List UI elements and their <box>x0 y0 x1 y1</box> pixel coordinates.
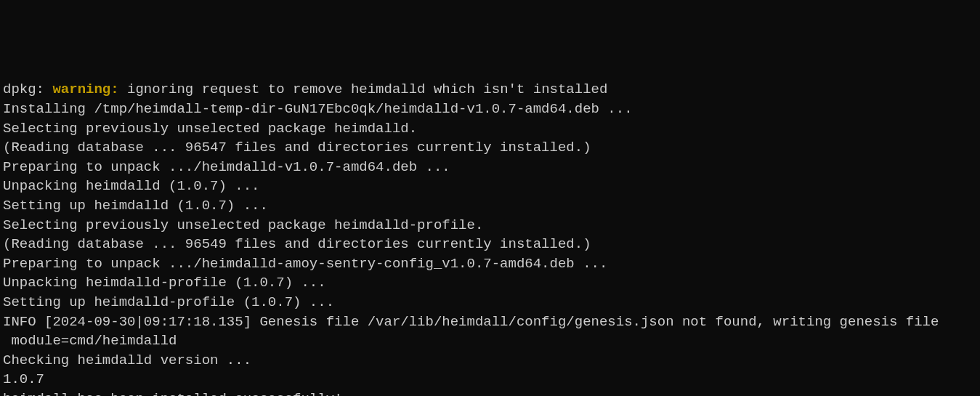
output-line: Installing /tmp/heimdall-temp-dir-GuN17E… <box>3 100 977 119</box>
output-line: Selecting previously unselected package … <box>3 216 977 235</box>
output-line: Selecting previously unselected package … <box>3 119 977 139</box>
output-line: INFO [2024-09-30|09:17:18.135] Genesis f… <box>3 312 977 332</box>
warning-message: ignoring request to remove heimdalld whi… <box>119 81 608 97</box>
output-line: Preparing to unpack .../heimdalld-v1.0.7… <box>3 158 977 177</box>
output-line: heimdall has been installed successfully… <box>3 389 977 396</box>
output-line: (Reading database ... 96549 files and di… <box>3 235 977 254</box>
output-line: (Reading database ... 96547 files and di… <box>3 138 977 158</box>
output-line: Setting up heimdalld (1.0.7) ... <box>3 196 977 216</box>
output-line: Preparing to unpack .../heimdalld-amoy-s… <box>3 254 977 274</box>
output-line: 1.0.7 <box>3 370 977 389</box>
output-line: Unpacking heimdalld-profile (1.0.7) ... <box>3 273 977 293</box>
warning-label: warning: <box>52 81 118 97</box>
dpkg-prefix: dpkg: <box>3 81 52 97</box>
output-line: dpkg: warning: ignoring request to remov… <box>3 80 977 100</box>
output-line: Setting up heimdalld-profile (1.0.7) ... <box>3 293 977 312</box>
output-line: module=cmd/heimdalld <box>3 331 977 351</box>
output-line: Unpacking heimdalld (1.0.7) ... <box>3 177 977 196</box>
terminal-output: dpkg: warning: ignoring request to remov… <box>3 80 977 396</box>
output-line: Checking heimdalld version ... <box>3 351 977 371</box>
